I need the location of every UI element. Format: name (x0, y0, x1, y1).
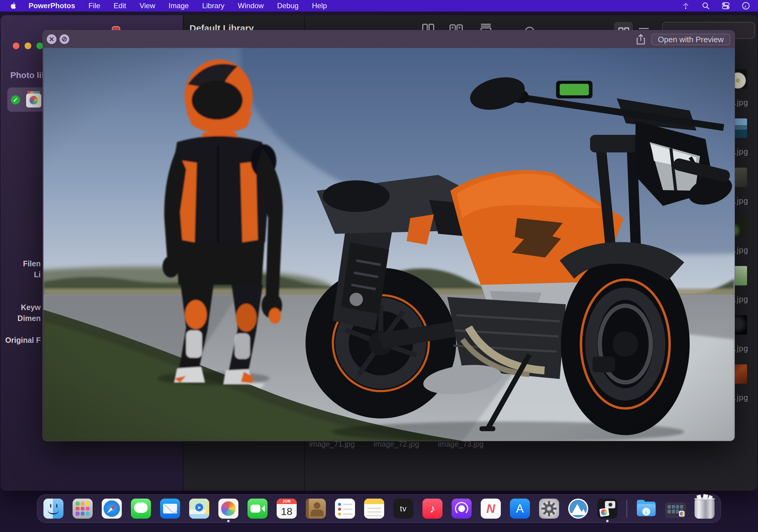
checkmark-icon: ✓ (11, 95, 20, 105)
info-label-filename: Filen (23, 259, 41, 268)
control-center-icon[interactable] (722, 2, 730, 10)
running-indicator (606, 520, 608, 522)
music-note-glyph: ♪ (423, 499, 442, 519)
dock-powerphotos-icon[interactable] (597, 499, 617, 519)
calendar-day: 18 (277, 504, 297, 519)
dock-settings-icon[interactable] (539, 499, 559, 519)
menu-file[interactable]: File (88, 2, 100, 10)
quicklook-titlebar: Open with Preview (43, 30, 735, 48)
quicklook-window: Open with Preview (43, 30, 735, 441)
dock-music-icon[interactable]: ♪ (423, 499, 442, 519)
dock-finder-icon[interactable] (44, 499, 63, 519)
menu-debug[interactable]: Debug (277, 2, 298, 10)
dock-contacts-icon[interactable] (306, 499, 326, 519)
dock-news-icon[interactable]: N (481, 499, 501, 519)
download-arrow-icon: ↓ (642, 508, 650, 515)
dock-downloads-icon[interactable]: ↓ (636, 499, 656, 519)
dock-minimized-window-icon[interactable] (665, 503, 685, 517)
share-icon[interactable] (636, 34, 646, 45)
dock-divider (627, 500, 627, 517)
dock: ➤ JUN 18 tv ♪ N A (37, 494, 721, 523)
info-label-dimensions: Dimen (17, 314, 41, 323)
menu-library[interactable]: Library (202, 2, 224, 10)
dock-tv-icon[interactable]: tv (393, 499, 413, 519)
open-with-preview-button[interactable]: Open with Preview (651, 34, 730, 45)
calendar-month: JUN (277, 499, 297, 504)
menu-app-name[interactable]: PowerPhotos (28, 2, 75, 10)
dock-mountain-app-icon[interactable] (568, 499, 588, 519)
sidebar-header-photo-libraries: Photo lib (10, 70, 47, 80)
menu-window[interactable]: Window (238, 2, 263, 10)
wifi-icon[interactable] (681, 2, 690, 10)
dock-app-store-icon[interactable]: A (510, 499, 530, 519)
dock-maps-icon[interactable]: ➤ (189, 499, 209, 519)
menu-view[interactable]: View (139, 2, 155, 10)
dock-facetime-icon[interactable] (248, 499, 267, 519)
zoom-button[interactable] (36, 43, 43, 49)
dock-messages-icon[interactable] (131, 499, 151, 519)
info-label-keywords: Keyw (21, 303, 41, 312)
gear-icon (539, 499, 559, 519)
minimize-button[interactable] (25, 43, 31, 49)
photos-library-icon (26, 91, 41, 108)
close-circle-icon[interactable] (47, 34, 56, 44)
dock-calendar-icon[interactable]: JUN 18 (277, 499, 297, 519)
menu-image[interactable]: Image (169, 2, 189, 10)
news-glyph: N (481, 499, 501, 519)
apple-menu-icon[interactable] (10, 2, 17, 10)
dock-podcasts-icon[interactable] (452, 499, 472, 519)
running-indicator (227, 520, 229, 522)
menu-bar: PowerPhotos File Edit View Image Library… (0, 0, 758, 12)
app-store-glyph: A (510, 499, 530, 519)
dock-safari-icon[interactable] (102, 499, 122, 519)
thumbnail-strip: 6.jpg 5.jpg 2.jpg 5.jpg 0.jpg 6.jpg 0.jp… (734, 15, 757, 491)
info-label-original-file: Original F (5, 336, 41, 345)
slash-circle-icon[interactable] (59, 34, 69, 44)
window-controls (13, 43, 43, 49)
open-with-preview-label: Open with Preview (658, 35, 724, 44)
desktop: Photo lib ✓ Filen Li Keyw Dimen Original… (0, 0, 758, 532)
motorcycle-photo (44, 48, 735, 441)
dock-notes-icon[interactable] (364, 499, 384, 519)
menu-edit[interactable]: Edit (114, 2, 126, 10)
dock-reminders-icon[interactable] (335, 499, 355, 519)
clock-icon[interactable] (741, 2, 750, 10)
dock-launchpad-icon[interactable] (73, 499, 93, 519)
info-label-library: Li (34, 270, 41, 279)
spotlight-search-icon[interactable] (702, 2, 710, 10)
dock-mail-icon[interactable] (160, 499, 180, 519)
menu-help[interactable]: Help (312, 2, 327, 10)
close-button[interactable] (13, 43, 19, 49)
tv-glyph: tv (393, 499, 413, 519)
dock-trash-icon[interactable] (695, 499, 714, 519)
dock-photos-icon[interactable] (218, 499, 238, 519)
